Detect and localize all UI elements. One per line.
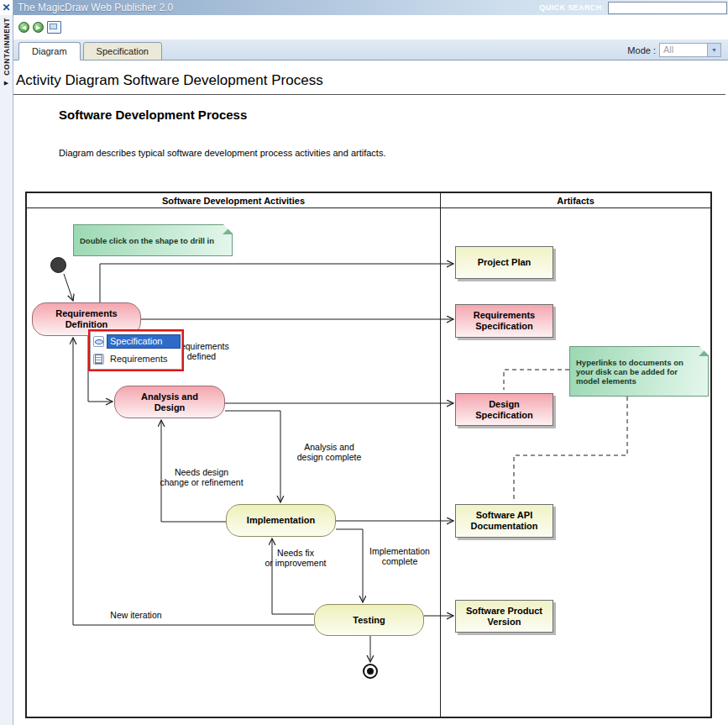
edge-label-needs-design: Needs design change or refinement — [158, 467, 245, 487]
tab-specification[interactable]: Specification — [83, 42, 162, 60]
note-drill-in-text: Double click on the shape to drill in — [80, 236, 214, 245]
artifact-software-product-version[interactable]: Software Product Version — [455, 600, 553, 633]
magicdraw-web-publisher-window: ✕ The MagicDraw Web Publisher 2.0 QUICK … — [0, 0, 728, 725]
chevron-down-icon: ▼ — [707, 44, 720, 56]
print-preview-button[interactable] — [47, 21, 61, 34]
content: Activity Diagram Software Development Pr… — [13, 60, 728, 725]
edge-start-to-requirements — [64, 274, 73, 301]
main-area: ◀ ▶ Diagram Specification Mode : All ▼ A… — [13, 15, 728, 725]
lane-divider — [440, 193, 441, 717]
back-button[interactable]: ◀ — [18, 22, 29, 33]
note-hyperlinks-text: Hyperlinks to documents on your disk can… — [576, 358, 702, 386]
mode-control: Mode : All ▼ — [627, 43, 721, 57]
lane-header-activities: Software Development Activities — [27, 193, 440, 208]
diagram-description: Diagram describes typical software devel… — [59, 148, 385, 158]
lane-header-artifacts: Artifacts — [441, 193, 710, 208]
context-menu: Specification Requirements — [88, 329, 184, 371]
title-divider — [13, 94, 725, 95]
toolbar: ◀ ▶ — [13, 15, 728, 39]
document-glyph — [95, 355, 102, 364]
activity-implementation[interactable]: Implementation — [226, 504, 336, 537]
artifact-requirements-specification[interactable]: Requirements Specification — [455, 304, 553, 338]
menu-item-requirements[interactable]: Requirements — [92, 350, 181, 368]
final-node-dot — [367, 668, 374, 675]
specification-icon — [93, 336, 104, 347]
containment-sidebar[interactable]: CONTAINMENT ▶ — [0, 15, 13, 725]
edge-label-new-iteration: New iteration — [102, 610, 170, 620]
mode-dropdown[interactable]: All ▼ — [659, 43, 721, 57]
forward-button[interactable]: ▶ — [33, 22, 44, 33]
sidebar-expand-icon[interactable]: ▶ — [4, 80, 8, 87]
note-hyperlinks: Hyperlinks to documents on your disk can… — [569, 346, 709, 397]
final-node — [363, 664, 378, 679]
app-title: The MagicDraw Web Publisher 2.0 — [18, 2, 539, 13]
nomagic-logo-icon — [716, 19, 724, 32]
oval-glyph — [95, 339, 103, 344]
activity-analysis-and-design[interactable]: Analysis and Design — [114, 386, 225, 418]
magicdraw-logo-icon: ✕ — [0, 0, 13, 15]
artifact-design-specification[interactable]: Design Specification — [455, 393, 553, 426]
titlebar: ✕ The MagicDraw Web Publisher 2.0 QUICK … — [0, 0, 728, 15]
edge-label-needs-fix: Needs fix or improvement — [262, 548, 329, 568]
quick-search-label: QUICK SEARCH: — [539, 3, 605, 12]
tab-diagram[interactable]: Diagram — [18, 42, 81, 60]
edge-label-analysis-complete: Analysis and design complete — [289, 442, 369, 462]
containment-label: CONTAINMENT — [3, 18, 11, 76]
initial-node — [50, 257, 66, 273]
tab-bar: Diagram Specification Mode : All ▼ — [13, 39, 728, 60]
activity-testing[interactable]: Testing — [314, 604, 424, 636]
quick-search-input[interactable] — [608, 2, 727, 14]
edge-label-implementation-complete: Implementation complete — [364, 546, 435, 566]
context-menu-inner: Specification Requirements — [90, 331, 182, 370]
menu-item-specification-label: Specification — [107, 334, 181, 349]
mode-value: All — [660, 44, 707, 56]
diagram-heading: Software Development Process — [59, 108, 247, 122]
edge-analysis-to-implementation — [225, 411, 280, 502]
edge-implementation-to-testing — [336, 529, 363, 602]
note-drill-in: Double click on the shape to drill in — [73, 224, 233, 256]
edge-note-to-design-spec — [504, 370, 569, 390]
page-title: Activity Diagram Software Development Pr… — [16, 72, 323, 89]
menu-item-requirements-label: Requirements — [107, 352, 181, 366]
activity-diagram: Software Development Activities Artifact… — [25, 192, 712, 718]
requirements-icon — [93, 354, 104, 365]
artifact-project-plan[interactable]: Project Plan — [455, 246, 553, 279]
artifact-software-api-documentation[interactable]: Software API Documentation — [455, 504, 553, 538]
mode-label: Mode : — [627, 45, 656, 55]
edge-requirements-to-project-plan — [100, 264, 453, 302]
menu-item-specification[interactable]: Specification — [92, 333, 181, 350]
